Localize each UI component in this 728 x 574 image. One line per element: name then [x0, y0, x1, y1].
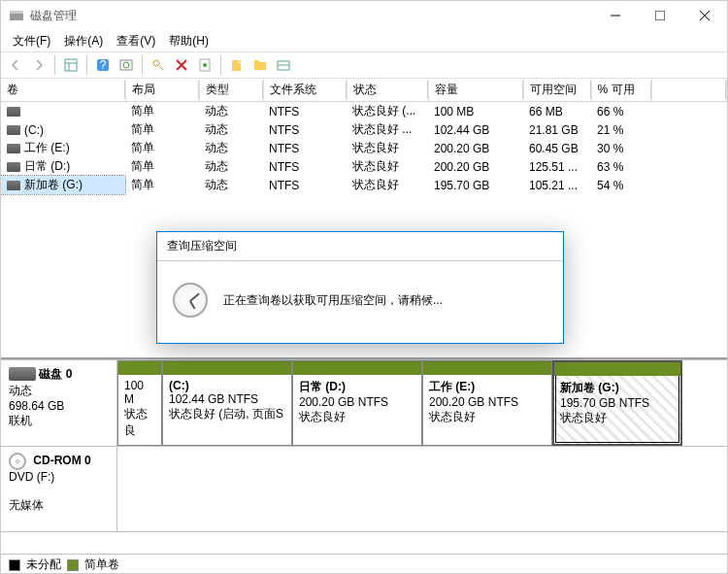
partition[interactable]: 日常 (D:)200.20 GB NTFS状态良好 [292, 360, 422, 446]
disk-0-type: 动态 [9, 384, 32, 397]
volume-icon [7, 107, 20, 117]
volume-icon [7, 181, 20, 190]
close-button[interactable] [682, 1, 727, 30]
disk-icon [9, 367, 36, 381]
cdrom-row[interactable]: CD-ROM 0 DVD (F:) 无媒体 [1, 447, 727, 532]
back-button [5, 54, 26, 76]
minimize-button[interactable] [593, 1, 638, 30]
refresh-button[interactable] [116, 54, 137, 76]
col-fs[interactable]: 文件系统 [263, 79, 347, 102]
legend-swatch-unallocated [9, 559, 20, 571]
partition[interactable]: 100 M状态良 [117, 360, 162, 446]
legend-swatch-simple [67, 559, 79, 571]
legend: 未分配 简单卷 [1, 554, 727, 574]
dialog-title: 查询压缩空间 [157, 232, 563, 261]
menu-help[interactable]: 帮助(H) [163, 31, 215, 51]
delete-button[interactable] [171, 54, 192, 76]
partition[interactable]: (C:)102.44 GB NTFS状态良好 (启动, 页面S [162, 360, 292, 446]
disk-0-size: 698.64 GB [9, 399, 64, 413]
svg-text:?: ? [100, 58, 107, 72]
new-button[interactable] [226, 54, 248, 76]
partition[interactable]: 工作 (E:)200.20 GB NTFS状态良好 [422, 360, 552, 446]
col-free[interactable]: 可用空间 [523, 79, 591, 102]
legend-simple: 简单卷 [84, 557, 119, 573]
col-volume[interactable]: 卷 [1, 79, 125, 102]
volume-icon [7, 125, 20, 135]
cdrom-icon [9, 453, 26, 470]
volume-row[interactable]: (C:)简单动态NTFS状态良好 ...102.44 GB21.81 GB21 … [1, 120, 727, 139]
disk-0-row[interactable]: 磁盘 0 动态 698.64 GB 联机 100 M状态良(C:)102.44 … [1, 360, 727, 447]
column-headers[interactable]: 卷 布局 类型 文件系统 状态 容量 可用空间 % 可用 [1, 79, 727, 102]
volume-row[interactable]: 日常 (D:)简单动态NTFS状态良好200.20 GB125.51 ...63… [1, 157, 727, 176]
extra-button[interactable] [273, 54, 294, 76]
menu-bar: 文件(F) 操作(A) 查看(V) 帮助(H) [1, 30, 727, 51]
open-button[interactable] [249, 54, 271, 76]
menu-view[interactable]: 查看(V) [111, 31, 161, 51]
cdrom-partitions [117, 447, 727, 531]
maximize-button[interactable] [638, 1, 682, 30]
col-capacity[interactable]: 容量 [428, 79, 523, 102]
menu-file[interactable]: 文件(F) [7, 31, 56, 51]
cdrom-type: DVD (F:) [9, 470, 54, 484]
window-title: 磁盘管理 [30, 8, 593, 24]
query-shrink-dialog: 查询压缩空间 正在查询卷以获取可用压缩空间，请稍候... [156, 231, 564, 344]
col-layout[interactable]: 布局 [125, 79, 199, 102]
volume-row[interactable]: 工作 (E:)简单动态NTFS状态良好200.20 GB60.45 GB30 % [1, 139, 727, 157]
volume-icon [7, 162, 20, 172]
disk-0-status: 联机 [9, 414, 32, 427]
clock-icon [173, 283, 208, 318]
svg-rect-20 [254, 62, 266, 70]
dialog-text: 正在查询卷以获取可用压缩空间，请稍候... [223, 292, 443, 309]
svg-point-18 [203, 63, 207, 67]
col-status[interactable]: 状态 [347, 79, 428, 102]
svg-rect-3 [655, 11, 665, 20]
svg-point-12 [123, 62, 129, 68]
views-button[interactable] [60, 54, 82, 76]
col-type[interactable]: 类型 [199, 79, 263, 102]
properties-button[interactable] [194, 54, 215, 76]
svg-rect-1 [10, 11, 23, 14]
disk-0-name: 磁盘 0 [39, 367, 72, 381]
volume-row[interactable]: 简单动态NTFS状态良好 (...100 MB66 MB66 % [1, 102, 727, 121]
forward-button [28, 54, 50, 76]
legend-unallocated: 未分配 [26, 557, 61, 573]
app-icon [9, 8, 24, 23]
partition[interactable]: 新加卷 (G:)195.70 GB NTFS状态良好 [552, 360, 682, 446]
svg-line-14 [159, 66, 163, 70]
toolbar: ? [1, 51, 727, 79]
graphical-view[interactable]: 磁盘 0 动态 698.64 GB 联机 100 M状态良(C:)102.44 … [1, 359, 727, 554]
title-bar: 磁盘管理 [1, 1, 727, 30]
disk-0-label: 磁盘 0 动态 698.64 GB 联机 [1, 360, 117, 446]
svg-rect-21 [254, 60, 259, 63]
col-pct[interactable]: % 可用 [591, 79, 651, 102]
menu-action[interactable]: 操作(A) [58, 31, 109, 51]
svg-rect-6 [65, 59, 77, 71]
cdrom-label: CD-ROM 0 DVD (F:) 无媒体 [1, 447, 117, 531]
disk-0-partitions: 100 M状态良(C:)102.44 GB NTFS状态良好 (启动, 页面S日… [117, 360, 727, 446]
help-button[interactable]: ? [92, 54, 114, 76]
cdrom-status: 无媒体 [9, 498, 44, 512]
svg-point-13 [153, 60, 159, 66]
volume-row[interactable]: 新加卷 (G:)简单动态NTFS状态良好195.70 GB105.21 ...5… [1, 176, 727, 194]
search-button[interactable] [148, 54, 169, 76]
volume-icon [7, 144, 20, 153]
cdrom-name: CD-ROM 0 [33, 454, 90, 467]
